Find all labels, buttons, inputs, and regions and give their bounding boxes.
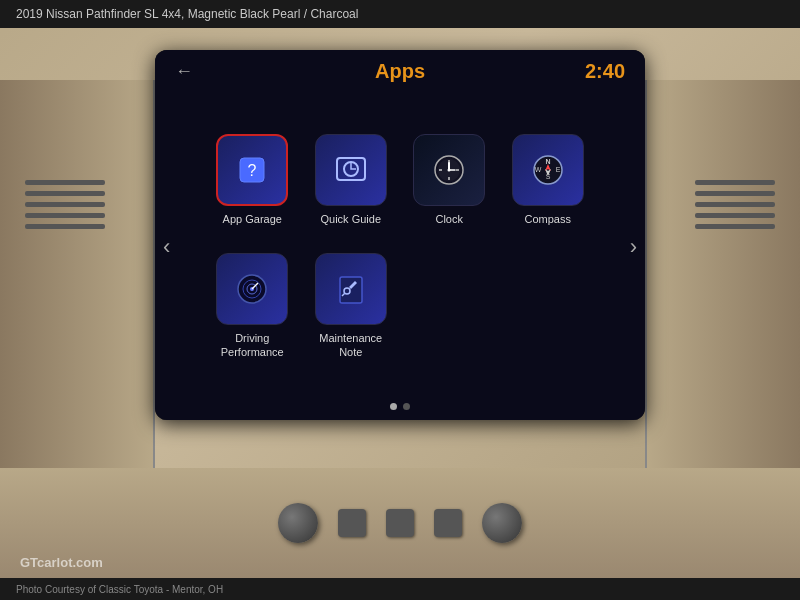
page-dot-1[interactable] xyxy=(390,403,397,410)
maintenance-note-label: Maintenance Note xyxy=(308,331,395,360)
svg-text:?: ? xyxy=(248,162,257,179)
svg-text:E: E xyxy=(555,166,560,173)
vent-slot-1 xyxy=(25,180,105,185)
watermark: GTcarlot.com xyxy=(20,555,103,570)
screen-title: Apps xyxy=(375,60,425,83)
app-item-app-garage[interactable]: ? App Garage xyxy=(209,134,296,241)
screen-inner: ← Apps 2:40 ‹ ? App xyxy=(155,50,645,420)
page-dot-2[interactable] xyxy=(403,403,410,410)
apps-grid: ? App Garage xyxy=(185,134,615,359)
back-button[interactable]: ← xyxy=(175,61,193,82)
vent-slot-r3 xyxy=(695,202,775,207)
control-knob-right[interactable] xyxy=(482,503,522,543)
svg-text:W: W xyxy=(534,166,541,173)
driving-performance-label: Driving Performance xyxy=(209,331,296,360)
quick-guide-icon[interactable] xyxy=(315,134,387,206)
right-panel xyxy=(645,80,800,520)
svg-text:N: N xyxy=(545,158,550,165)
quick-guide-label: Quick Guide xyxy=(320,212,381,226)
page-wrapper: 2019 Nissan Pathfinder SL 4x4, Magnetic … xyxy=(0,0,800,600)
infotainment-screen: ← Apps 2:40 ‹ ? App xyxy=(155,50,645,420)
bottom-controls xyxy=(0,468,800,578)
maintenance-note-svg xyxy=(331,269,371,309)
vent-slot-5 xyxy=(25,224,105,229)
left-vent xyxy=(15,170,115,239)
app-item-maintenance-note[interactable]: Maintenance Note xyxy=(308,253,395,360)
nav-arrow-right[interactable]: › xyxy=(630,234,637,260)
compass-icon[interactable]: N S E W xyxy=(512,134,584,206)
left-panel xyxy=(0,80,155,520)
clock-icon[interactable] xyxy=(413,134,485,206)
app-item-quick-guide[interactable]: Quick Guide xyxy=(308,134,395,241)
quick-guide-svg xyxy=(331,150,371,190)
vent-slot-2 xyxy=(25,191,105,196)
nav-arrow-left[interactable]: ‹ xyxy=(163,234,170,260)
control-button-2[interactable] xyxy=(386,509,414,537)
vent-slot-4 xyxy=(25,213,105,218)
vent-slot-r2 xyxy=(695,191,775,196)
apps-grid-wrapper: ‹ ? App Garage xyxy=(155,91,645,403)
screen-header: ← Apps 2:40 xyxy=(155,50,645,91)
compass-label: Compass xyxy=(525,212,571,226)
control-button-3[interactable] xyxy=(434,509,462,537)
compass-svg: N S E W xyxy=(528,150,568,190)
vent-slot-r1 xyxy=(695,180,775,185)
driving-performance-icon[interactable] xyxy=(216,253,288,325)
control-knob-left[interactable] xyxy=(278,503,318,543)
top-bar-text: 2019 Nissan Pathfinder SL 4x4, Magnetic … xyxy=(16,7,358,21)
maintenance-note-icon[interactable] xyxy=(315,253,387,325)
app-garage-svg: ? xyxy=(232,150,272,190)
right-vent xyxy=(685,170,785,239)
top-bar: 2019 Nissan Pathfinder SL 4x4, Magnetic … xyxy=(0,0,800,28)
app-item-clock[interactable]: Clock xyxy=(406,134,493,241)
driving-performance-svg xyxy=(232,269,272,309)
page-dots xyxy=(155,403,645,420)
app-garage-icon[interactable]: ? xyxy=(216,134,288,206)
vent-slot-r4 xyxy=(695,213,775,218)
app-item-driving-performance[interactable]: Driving Performance xyxy=(209,253,296,360)
bottom-bar-text: Photo Courtesy of Classic Toyota - Mento… xyxy=(16,584,223,595)
vent-slot-3 xyxy=(25,202,105,207)
app-item-compass[interactable]: N S E W Compass xyxy=(505,134,592,241)
clock-label: Clock xyxy=(435,212,463,226)
screen-time: 2:40 xyxy=(585,60,625,83)
svg-point-12 xyxy=(448,169,451,172)
control-button-1[interactable] xyxy=(338,509,366,537)
clock-svg xyxy=(429,150,469,190)
svg-rect-25 xyxy=(340,277,362,303)
app-garage-label: App Garage xyxy=(223,212,282,226)
bottom-bar: Photo Courtesy of Classic Toyota - Mento… xyxy=(0,578,800,600)
vent-slot-r5 xyxy=(695,224,775,229)
